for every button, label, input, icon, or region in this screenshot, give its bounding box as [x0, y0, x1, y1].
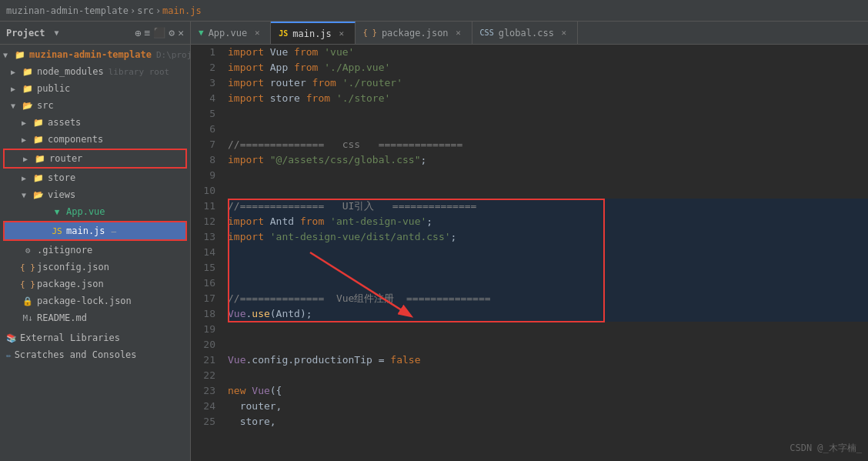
ln-18: 18	[197, 306, 215, 322]
tree-item-src[interactable]: ▼ 📂 src	[0, 97, 190, 114]
breadcrumb-part3: main.js	[162, 5, 202, 16]
tree-arrow-store: ▶	[22, 174, 32, 182]
tree-path-root: D:\project\muzinan\muzinan-admin-templat…	[156, 50, 190, 60]
tab-global-css-label: global.css	[499, 28, 554, 38]
tree-label-jsconfig: jsconfig.json	[37, 262, 109, 272]
sidebar-content: ▼ 📁 muzinan-admin-template D:\project\mu…	[0, 45, 190, 461]
tab-global-css[interactable]: CSS global.css ✕	[472, 22, 578, 44]
ln-7: 7	[197, 137, 215, 152]
ln-14: 14	[197, 245, 215, 260]
tree-item-router[interactable]: ▶ 📁 router	[5, 150, 185, 167]
ln-10: 10	[197, 183, 215, 199]
sidebar-tool-collapse[interactable]: ⬛	[153, 27, 165, 39]
breadcrumb-part1[interactable]: muzinan-admin-template	[6, 5, 129, 16]
code-line-17: //============== Vue组件注册 ==============	[228, 291, 868, 306]
code-line-5	[228, 106, 868, 122]
code-line-3: import router from './router'	[228, 75, 868, 91]
tab-package-json[interactable]: { } package.json ✕	[356, 22, 472, 44]
tab-json-icon: { }	[363, 28, 377, 37]
code-editor[interactable]: 1 2 3 4 5 6 7 8 9 10 11 12 13 14	[191, 45, 868, 461]
tree-arrow-views: ▼	[22, 191, 32, 199]
ln-22: 22	[197, 368, 215, 383]
tree-item-readme[interactable]: ▶ M↓ README.md	[0, 309, 190, 326]
code-content: import Vue from 'vue' import App from '.…	[222, 45, 868, 461]
line-numbers: 1 2 3 4 5 6 7 8 9 10 11 12 13 14	[191, 45, 222, 461]
tree-item-package-json[interactable]: ▶ { } package.json	[0, 276, 190, 292]
tree-label-package-json: package.json	[37, 279, 104, 289]
sidebar-tool-settings[interactable]: ⚙	[169, 27, 175, 39]
sidebar-title: Project	[6, 28, 45, 38]
tab-main-js-label: main.js	[292, 28, 332, 39]
ln-12: 12	[197, 214, 215, 229]
tree-label-store: store	[48, 172, 75, 183]
code-line-2: import App from './App.vue'	[228, 60, 868, 75]
code-line-23: new Vue({	[228, 383, 868, 399]
tab-global-css-close[interactable]: ✕	[559, 28, 569, 38]
code-line-15	[228, 260, 868, 276]
code-line-20	[228, 337, 868, 352]
tree-item-assets[interactable]: ▶ 📁 assets	[0, 114, 190, 131]
ln-17: 17	[197, 291, 215, 306]
ln-1: 1	[197, 45, 215, 60]
tab-main-js[interactable]: JS main.js ✕	[271, 22, 356, 44]
tree-item-app-vue[interactable]: ▶ ▼ App.vue	[0, 203, 190, 220]
code-line-7: //============== css ==============	[228, 137, 868, 152]
code-line-13: import 'ant-design-vue/dist/antd.css';	[228, 229, 868, 245]
sidebar-tool-close[interactable]: ✕	[178, 27, 184, 39]
tab-app-vue-close[interactable]: ✕	[252, 28, 262, 38]
tree-item-package-lock[interactable]: ▶ 🔒 package-lock.json	[0, 292, 190, 309]
tab-app-vue[interactable]: ▼ App.vue ✕	[191, 22, 271, 44]
breadcrumb-part2[interactable]: src	[137, 5, 154, 16]
tree-item-store[interactable]: ▶ 📁 store	[0, 169, 190, 186]
watermark: CSDN @_木字楠_	[790, 442, 862, 455]
sidebar-dropdown-icon[interactable]: ▼	[55, 28, 59, 37]
ln-9: 9	[197, 168, 215, 183]
ln-3: 3	[197, 75, 215, 91]
sidebar-tool-expand[interactable]: ≡	[145, 27, 151, 39]
folder-icon-assets: 📁	[32, 116, 45, 129]
sidebar: Project ▼ ⊕ ≡ ⬛ ⚙ ✕ ▼ 📁 muzinan-admin-te…	[0, 22, 191, 461]
ln-4: 4	[197, 91, 215, 106]
tree-item-root[interactable]: ▼ 📁 muzinan-admin-template D:\project\mu…	[0, 46, 190, 63]
tree-arrow-root: ▼	[3, 51, 14, 59]
ln-15: 15	[197, 260, 215, 276]
folder-icon-public: 📁	[22, 82, 34, 95]
editor-area: ▼ App.vue ✕ JS main.js ✕ { } package.jso…	[191, 22, 868, 461]
code-line-19	[228, 322, 868, 337]
tree-item-views[interactable]: ▼ 📂 views	[0, 186, 190, 203]
external-libraries-label: External Libraries	[20, 332, 120, 343]
code-line-10	[228, 183, 868, 199]
code-line-9	[228, 168, 868, 183]
tree-label-gitignore: .gitignore	[37, 245, 92, 256]
sidebar-item-scratches[interactable]: ✏ Scratches and Consoles	[0, 346, 190, 363]
tree-note-node-modules: library root	[108, 67, 169, 77]
tree-arrow-public: ▶	[11, 85, 22, 93]
code-line-22	[228, 368, 868, 383]
tab-app-vue-label: App.vue	[209, 28, 248, 38]
folder-icon-root: 📁	[14, 48, 26, 61]
tab-package-json-close[interactable]: ✕	[453, 28, 464, 38]
sidebar-tool-add[interactable]: ⊕	[135, 27, 141, 39]
tree-item-node-modules[interactable]: ▶ 📁 node_modules library root	[0, 63, 190, 80]
tree-item-jsconfig[interactable]: ▶ { } jsconfig.json	[0, 259, 190, 276]
md-icon: M↓	[22, 312, 34, 324]
git-icon: ⚙	[22, 244, 34, 256]
sidebar-item-external-libraries[interactable]: 📚 External Libraries	[0, 329, 190, 346]
tree-item-components[interactable]: ▶ 📁 components	[0, 131, 190, 148]
ln-20: 20	[197, 337, 215, 352]
ln-19: 19	[197, 322, 215, 337]
json-icon-package: { }	[22, 278, 34, 290]
tree-item-main-js[interactable]: ▶ JS main.js —	[5, 222, 185, 239]
folder-icon-node-modules: 📁	[22, 65, 34, 78]
tab-package-json-label: package.json	[382, 28, 449, 38]
tree-label-public: public	[37, 83, 70, 94]
tree-item-gitignore[interactable]: ▶ ⚙ .gitignore	[0, 242, 190, 259]
tab-main-js-close[interactable]: ✕	[336, 28, 347, 39]
code-line-6	[228, 122, 868, 137]
code-line-14	[228, 245, 868, 260]
tree-item-public[interactable]: ▶ 📁 public	[0, 80, 190, 97]
tree-label-assets: assets	[48, 117, 81, 128]
tabs-bar: ▼ App.vue ✕ JS main.js ✕ { } package.jso…	[191, 22, 868, 45]
code-line-1: import Vue from 'vue'	[228, 45, 868, 60]
code-line-11: //============== UI引入 ==============	[228, 199, 868, 214]
